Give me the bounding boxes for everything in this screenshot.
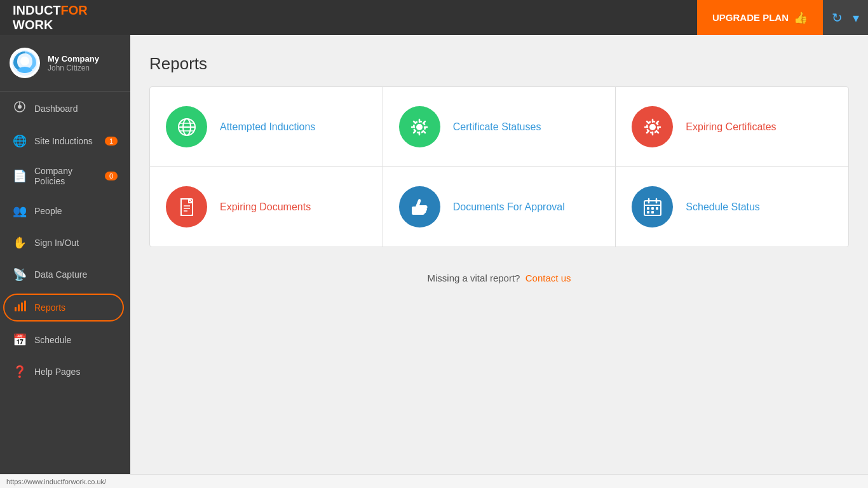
refresh-icon-button[interactable]: ↻: [829, 8, 845, 28]
layout: My Company John Citizen Dashboard 🌐 Site…: [0, 35, 868, 474]
sidebar-item-company-policies[interactable]: 📄 Company Policies 0: [0, 157, 130, 195]
svg-rect-30: [651, 211, 654, 214]
company-policies-badge: 0: [105, 172, 118, 180]
expiring-certificates-icon-circle: [632, 106, 673, 147]
thumbsup-blue-icon: [409, 197, 430, 217]
sidebar-item-data-capture-label: Data Capture: [34, 269, 118, 280]
svg-rect-27: [651, 207, 654, 210]
sidebar-item-site-inductions[interactable]: 🌐 Site Inductions 1: [0, 125, 130, 157]
sidebar-item-help-pages[interactable]: ❓ Help Pages: [0, 356, 130, 388]
reports-grid: Attempted Inductions Certificate Statu: [149, 86, 849, 247]
report-card-expiring-documents[interactable]: Expiring Documents: [150, 167, 383, 247]
dashboard-icon: [13, 100, 27, 116]
sidebar-item-people-label: People: [34, 206, 118, 216]
sidebar-item-help-pages-label: Help Pages: [34, 367, 118, 377]
svg-point-16: [649, 124, 656, 130]
report-card-certificate-statuses[interactable]: Certificate Statuses: [383, 87, 616, 166]
svg-rect-6: [18, 304, 20, 311]
logo-induct: INDUCT: [13, 3, 61, 17]
sidebar: My Company John Citizen Dashboard 🌐 Site…: [0, 35, 130, 474]
gear-green-icon: [409, 117, 430, 137]
sidebar-profile: My Company John Citizen: [0, 35, 130, 92]
missing-report-text: Missing a vital report?: [428, 273, 520, 283]
sidebar-item-schedule[interactable]: 📅 Schedule: [0, 324, 130, 356]
statusbar: https://www.inductforwork.co.uk/: [0, 474, 868, 488]
reports-icon: [13, 299, 27, 315]
sidebar-item-dashboard-label: Dashboard: [34, 104, 118, 114]
upgrade-plan-label: UPGRADE PLAN: [712, 12, 789, 23]
document-icon: [177, 197, 197, 217]
upgrade-plan-button[interactable]: UPGRADE PLAN 👍: [697, 0, 823, 35]
logo-text: INDUCTFOR WORK: [13, 3, 130, 32]
statusbar-url: https://www.inductforwork.co.uk/: [6, 478, 106, 485]
reports-row-1: Attempted Inductions Certificate Statu: [150, 87, 848, 167]
svg-rect-29: [647, 211, 649, 214]
sidebar-item-sign-in-out[interactable]: ✋ Sign In/Out: [0, 227, 130, 259]
dropdown-icon-button[interactable]: ▾: [850, 8, 862, 28]
topbar-right: UPGRADE PLAN 👍 ↻ ▾: [697, 0, 868, 35]
attempted-inductions-icon-circle: [166, 106, 207, 147]
profile-company: My Company: [48, 54, 99, 64]
globe-icon: [177, 117, 197, 137]
sidebar-item-reports-label: Reports: [34, 302, 118, 313]
calendar-icon: [642, 197, 663, 217]
sidebar-item-data-capture[interactable]: 📡 Data Capture: [0, 259, 130, 290]
gear-red-icon: [642, 117, 663, 137]
documents-for-approval-icon-circle: [399, 186, 440, 227]
avatar: [10, 48, 40, 78]
expiring-documents-label: Expiring Documents: [220, 201, 311, 213]
topbar-icon-group: ↻ ▾: [823, 0, 868, 35]
svg-point-3: [18, 105, 22, 109]
people-icon: 👥: [13, 204, 27, 218]
logo: INDUCTFOR WORK: [0, 3, 130, 32]
sidebar-item-people[interactable]: 👥 People: [0, 195, 130, 227]
topbar: INDUCTFOR WORK UPGRADE PLAN 👍 ↻ ▾: [0, 0, 868, 35]
schedule-status-label: Schedule Status: [686, 201, 760, 213]
profile-info: My Company John Citizen: [48, 54, 99, 72]
report-card-schedule-status[interactable]: Schedule Status: [616, 167, 848, 247]
attempted-inductions-label: Attempted Inductions: [220, 121, 315, 133]
company-policies-icon: 📄: [13, 169, 27, 183]
help-pages-icon: ❓: [13, 365, 27, 379]
report-card-attempted-inductions[interactable]: Attempted Inductions: [150, 87, 383, 166]
logo-work: WORK: [13, 18, 53, 32]
certificate-statuses-icon-circle: [399, 106, 440, 147]
sidebar-item-sign-in-out-label: Sign In/Out: [34, 238, 118, 248]
site-inductions-badge: 1: [105, 137, 118, 146]
contact-us-link[interactable]: Contact us: [526, 273, 571, 283]
missing-report-section: Missing a vital report? Contact us: [149, 260, 849, 296]
avatar-icon: [12, 50, 37, 76]
sidebar-item-reports[interactable]: Reports: [0, 290, 130, 324]
sidebar-item-dashboard[interactable]: Dashboard: [0, 92, 130, 125]
svg-rect-8: [24, 301, 26, 311]
expiring-certificates-label: Expiring Certificates: [686, 121, 776, 133]
svg-point-1: [20, 57, 29, 65]
sidebar-item-site-inductions-label: Site Inductions: [34, 136, 97, 146]
sign-in-out-icon: ✋: [13, 236, 27, 250]
certificate-statuses-label: Certificate Statuses: [453, 121, 541, 133]
documents-for-approval-label: Documents For Approval: [453, 201, 565, 213]
svg-rect-7: [21, 302, 23, 311]
profile-name: John Citizen: [48, 64, 99, 72]
svg-rect-5: [15, 307, 17, 311]
report-card-expiring-certificates[interactable]: Expiring Certificates: [616, 87, 848, 166]
report-card-documents-for-approval[interactable]: Documents For Approval: [383, 167, 616, 247]
site-inductions-icon: 🌐: [13, 134, 27, 148]
data-capture-icon: 📡: [13, 268, 27, 281]
expiring-documents-icon-circle: [166, 186, 207, 227]
svg-point-14: [416, 124, 423, 130]
schedule-status-icon-circle: [632, 186, 673, 227]
sidebar-item-schedule-label: Schedule: [34, 335, 118, 345]
main-content: Reports Attempted Inductions: [130, 35, 868, 474]
thumbsup-icon: 👍: [794, 11, 808, 25]
page-title: Reports: [149, 54, 849, 74]
logo-for: FOR: [61, 3, 88, 17]
svg-rect-28: [656, 207, 658, 210]
schedule-icon: 📅: [13, 333, 27, 347]
reports-row-2: Expiring Documents Documents For Approva…: [150, 167, 848, 247]
svg-rect-26: [647, 207, 649, 210]
sidebar-item-company-policies-label: Company Policies: [34, 166, 97, 186]
